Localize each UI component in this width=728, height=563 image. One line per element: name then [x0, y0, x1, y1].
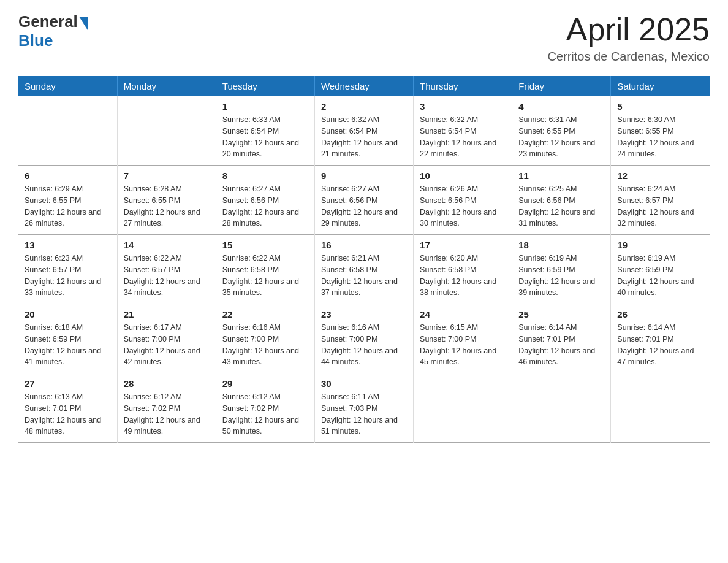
- calendar-cell: 6Sunrise: 6:29 AMSunset: 6:55 PMDaylight…: [18, 166, 117, 235]
- day-info: Sunrise: 6:12 AMSunset: 7:02 PMDaylight:…: [222, 391, 308, 437]
- day-info: Sunrise: 6:27 AMSunset: 6:56 PMDaylight:…: [321, 183, 407, 229]
- calendar-cell: 10Sunrise: 6:26 AMSunset: 6:56 PMDayligh…: [414, 166, 512, 235]
- day-number: 4: [518, 101, 604, 112]
- day-info: Sunrise: 6:32 AMSunset: 6:54 PMDaylight:…: [420, 114, 506, 160]
- day-info: Sunrise: 6:14 AMSunset: 7:01 PMDaylight:…: [617, 322, 703, 368]
- day-number: 7: [124, 170, 210, 181]
- day-info: Sunrise: 6:25 AMSunset: 6:56 PMDaylight:…: [518, 183, 604, 229]
- day-info: Sunrise: 6:27 AMSunset: 6:56 PMDaylight:…: [222, 183, 308, 229]
- day-number: 3: [420, 101, 506, 112]
- day-info: Sunrise: 6:15 AMSunset: 7:00 PMDaylight:…: [420, 322, 506, 368]
- day-number: 27: [25, 378, 111, 389]
- calendar-cell: 1Sunrise: 6:33 AMSunset: 6:54 PMDaylight…: [216, 96, 314, 166]
- calendar-week-row: 6Sunrise: 6:29 AMSunset: 6:55 PMDaylight…: [18, 166, 710, 235]
- day-number: 2: [321, 101, 407, 112]
- logo-triangle-icon: [79, 17, 88, 30]
- calendar-week-row: 27Sunrise: 6:13 AMSunset: 7:01 PMDayligh…: [18, 373, 710, 443]
- calendar-cell: 27Sunrise: 6:13 AMSunset: 7:01 PMDayligh…: [18, 373, 117, 443]
- page-subtitle: Cerritos de Cardenas, Mexico: [547, 50, 710, 64]
- calendar-cell: 11Sunrise: 6:25 AMSunset: 6:56 PMDayligh…: [512, 166, 611, 235]
- calendar-cell: 16Sunrise: 6:21 AMSunset: 6:58 PMDayligh…: [314, 235, 413, 304]
- day-info: Sunrise: 6:24 AMSunset: 6:57 PMDaylight:…: [617, 183, 703, 229]
- day-number: 20: [25, 309, 111, 320]
- calendar-cell: 13Sunrise: 6:23 AMSunset: 6:57 PMDayligh…: [18, 235, 117, 304]
- calendar-cell: 17Sunrise: 6:20 AMSunset: 6:58 PMDayligh…: [414, 235, 512, 304]
- calendar-cell: [611, 373, 710, 443]
- calendar-day-header: Monday: [117, 76, 216, 96]
- calendar-day-header: Saturday: [611, 76, 710, 96]
- calendar-table: SundayMondayTuesdayWednesdayThursdayFrid…: [18, 76, 710, 443]
- day-number: 14: [124, 240, 210, 250]
- calendar-cell: 19Sunrise: 6:19 AMSunset: 6:59 PMDayligh…: [611, 235, 710, 304]
- day-info: Sunrise: 6:19 AMSunset: 6:59 PMDaylight:…: [617, 253, 703, 299]
- day-info: Sunrise: 6:31 AMSunset: 6:55 PMDaylight:…: [518, 114, 604, 160]
- logo-blue: Blue: [18, 31, 88, 50]
- day-number: 17: [420, 240, 506, 250]
- calendar-cell: 25Sunrise: 6:14 AMSunset: 7:01 PMDayligh…: [512, 304, 611, 373]
- day-info: Sunrise: 6:14 AMSunset: 7:01 PMDaylight:…: [518, 322, 604, 368]
- calendar-cell: [414, 373, 512, 443]
- calendar-cell: 2Sunrise: 6:32 AMSunset: 6:54 PMDaylight…: [314, 96, 413, 166]
- calendar-cell: 26Sunrise: 6:14 AMSunset: 7:01 PMDayligh…: [611, 304, 710, 373]
- calendar-week-row: 1Sunrise: 6:33 AMSunset: 6:54 PMDaylight…: [18, 96, 710, 166]
- day-number: 12: [617, 170, 703, 181]
- calendar-cell: 12Sunrise: 6:24 AMSunset: 6:57 PMDayligh…: [611, 166, 710, 235]
- day-number: 16: [321, 240, 407, 250]
- page-title: April 2025: [547, 12, 710, 47]
- day-number: 15: [222, 240, 308, 250]
- day-number: 24: [420, 309, 506, 320]
- calendar-cell: 24Sunrise: 6:15 AMSunset: 7:00 PMDayligh…: [414, 304, 512, 373]
- calendar-header-row: SundayMondayTuesdayWednesdayThursdayFrid…: [18, 76, 710, 96]
- day-info: Sunrise: 6:28 AMSunset: 6:55 PMDaylight:…: [124, 183, 210, 229]
- day-info: Sunrise: 6:13 AMSunset: 7:01 PMDaylight:…: [25, 391, 111, 437]
- day-number: 26: [617, 309, 703, 320]
- calendar-cell: 29Sunrise: 6:12 AMSunset: 7:02 PMDayligh…: [216, 373, 314, 443]
- calendar-week-row: 20Sunrise: 6:18 AMSunset: 6:59 PMDayligh…: [18, 304, 710, 373]
- calendar-cell: 5Sunrise: 6:30 AMSunset: 6:55 PMDaylight…: [611, 96, 710, 166]
- day-info: Sunrise: 6:32 AMSunset: 6:54 PMDaylight:…: [321, 114, 407, 160]
- day-number: 6: [25, 170, 111, 181]
- day-number: 1: [222, 101, 308, 112]
- calendar-cell: 23Sunrise: 6:16 AMSunset: 7:00 PMDayligh…: [314, 304, 413, 373]
- day-number: 28: [124, 378, 210, 389]
- day-info: Sunrise: 6:16 AMSunset: 7:00 PMDaylight:…: [222, 322, 308, 368]
- calendar-week-row: 13Sunrise: 6:23 AMSunset: 6:57 PMDayligh…: [18, 235, 710, 304]
- calendar-cell: [512, 373, 611, 443]
- day-number: 11: [518, 170, 604, 181]
- calendar-cell: [117, 96, 216, 166]
- day-number: 18: [518, 240, 604, 250]
- calendar-cell: 3Sunrise: 6:32 AMSunset: 6:54 PMDaylight…: [414, 96, 512, 166]
- calendar-day-header: Friday: [512, 76, 611, 96]
- title-block: April 2025 Cerritos de Cardenas, Mexico: [547, 12, 710, 64]
- day-number: 10: [420, 170, 506, 181]
- day-info: Sunrise: 6:18 AMSunset: 6:59 PMDaylight:…: [25, 322, 111, 368]
- day-number: 29: [222, 378, 308, 389]
- day-number: 19: [617, 240, 703, 250]
- day-info: Sunrise: 6:23 AMSunset: 6:57 PMDaylight:…: [25, 253, 111, 299]
- calendar-cell: 28Sunrise: 6:12 AMSunset: 7:02 PMDayligh…: [117, 373, 216, 443]
- day-info: Sunrise: 6:22 AMSunset: 6:58 PMDaylight:…: [222, 253, 308, 299]
- day-number: 30: [321, 378, 407, 389]
- logo: General Blue: [18, 12, 88, 50]
- day-number: 13: [25, 240, 111, 250]
- calendar-cell: 18Sunrise: 6:19 AMSunset: 6:59 PMDayligh…: [512, 235, 611, 304]
- day-number: 22: [222, 309, 308, 320]
- calendar-cell: 14Sunrise: 6:22 AMSunset: 6:57 PMDayligh…: [117, 235, 216, 304]
- day-info: Sunrise: 6:11 AMSunset: 7:03 PMDaylight:…: [321, 391, 407, 437]
- day-info: Sunrise: 6:33 AMSunset: 6:54 PMDaylight:…: [222, 114, 308, 160]
- day-info: Sunrise: 6:19 AMSunset: 6:59 PMDaylight:…: [518, 253, 604, 299]
- day-info: Sunrise: 6:30 AMSunset: 6:55 PMDaylight:…: [617, 114, 703, 160]
- calendar-cell: 20Sunrise: 6:18 AMSunset: 6:59 PMDayligh…: [18, 304, 117, 373]
- day-info: Sunrise: 6:16 AMSunset: 7:00 PMDaylight:…: [321, 322, 407, 368]
- logo-general: General: [18, 12, 78, 31]
- day-info: Sunrise: 6:20 AMSunset: 6:58 PMDaylight:…: [420, 253, 506, 299]
- calendar-cell: [18, 96, 117, 166]
- day-number: 21: [124, 309, 210, 320]
- day-number: 23: [321, 309, 407, 320]
- day-number: 25: [518, 309, 604, 320]
- day-info: Sunrise: 6:26 AMSunset: 6:56 PMDaylight:…: [420, 183, 506, 229]
- calendar-cell: 22Sunrise: 6:16 AMSunset: 7:00 PMDayligh…: [216, 304, 314, 373]
- calendar-cell: 8Sunrise: 6:27 AMSunset: 6:56 PMDaylight…: [216, 166, 314, 235]
- day-number: 8: [222, 170, 308, 181]
- calendar-cell: 15Sunrise: 6:22 AMSunset: 6:58 PMDayligh…: [216, 235, 314, 304]
